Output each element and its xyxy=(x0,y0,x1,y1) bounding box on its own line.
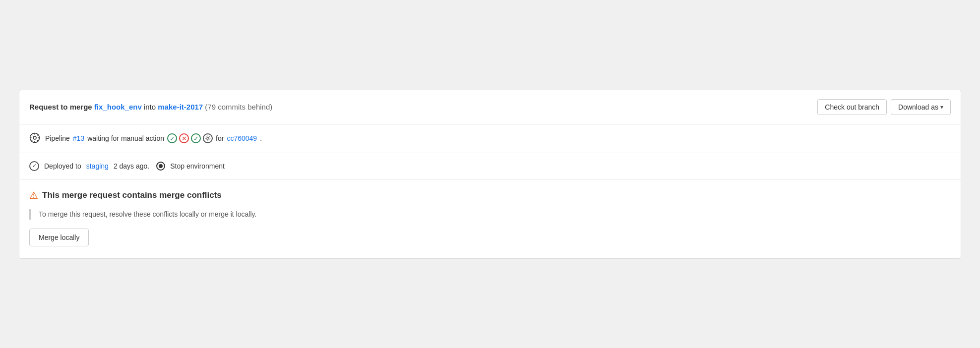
pipeline-for-text: for xyxy=(216,134,224,142)
source-branch-link[interactable]: fix_hook_env xyxy=(94,103,142,111)
time-ago-text: 2 days ago. xyxy=(114,162,149,170)
merge-locally-button[interactable]: Merge locally xyxy=(29,229,89,246)
commit-hash-link[interactable]: cc760049 xyxy=(227,134,257,142)
conflict-title: This merge request contains merge confli… xyxy=(42,190,222,200)
card-header: Request to merge fix_hook_env into make-… xyxy=(19,90,961,124)
into-label: into xyxy=(144,103,156,111)
staging-environment-link[interactable]: staging xyxy=(86,162,109,170)
conflict-description: To merge this request, resolve these con… xyxy=(29,209,951,220)
commits-behind: (79 commits behind) xyxy=(205,103,272,111)
header-actions: Check out branch Download as xyxy=(817,99,951,115)
status-icon-success-1: ✓ xyxy=(167,133,177,143)
status-icon-failed: ✕ xyxy=(179,133,189,143)
target-branch-link[interactable]: make-it-2017 xyxy=(158,103,203,111)
merge-request-card: Request to merge fix_hook_env into make-… xyxy=(19,90,961,259)
pipeline-label: Pipeline xyxy=(45,134,70,142)
merge-request-title: Request to merge fix_hook_env into make-… xyxy=(29,103,272,111)
deployed-row: ✓ Deployed to staging 2 days ago. Stop e… xyxy=(19,153,961,179)
stop-environment-label: Stop environment xyxy=(170,162,225,170)
svg-point-1 xyxy=(33,136,36,139)
pipeline-period: . xyxy=(260,134,262,142)
stop-icon xyxy=(156,162,165,171)
status-icon-success-2: ✓ xyxy=(191,133,201,143)
check-out-branch-button[interactable]: Check out branch xyxy=(817,99,887,115)
svg-point-2 xyxy=(207,137,209,139)
pipeline-status-icons: ✓ ✕ ✓ xyxy=(167,133,213,143)
status-icon-manual xyxy=(203,133,213,143)
warning-icon: ⚠ xyxy=(29,189,38,201)
pipeline-row: Pipeline #13 waiting for manual action ✓… xyxy=(19,124,961,153)
deployed-check-icon: ✓ xyxy=(29,161,39,171)
request-to-merge-label: Request to merge xyxy=(29,103,92,111)
pipeline-text: Pipeline #13 waiting for manual action ✓… xyxy=(45,133,262,143)
download-as-button[interactable]: Download as xyxy=(891,99,951,115)
conflict-section: ⚠ This merge request contains merge conf… xyxy=(19,179,961,258)
deployed-text: Deployed to xyxy=(44,162,81,170)
pipeline-number-link[interactable]: #13 xyxy=(73,134,84,142)
pipeline-gear-icon xyxy=(29,132,40,145)
pipeline-waiting-text: waiting for manual action xyxy=(87,134,164,142)
conflict-header: ⚠ This merge request contains merge conf… xyxy=(29,189,951,201)
